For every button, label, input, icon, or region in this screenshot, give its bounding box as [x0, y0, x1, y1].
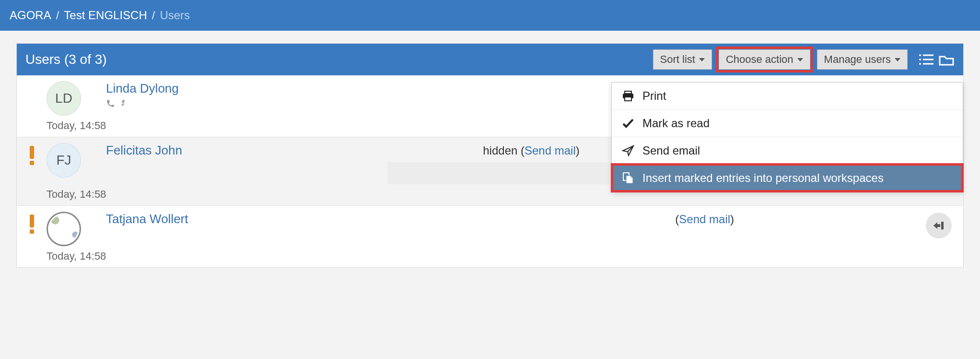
breadcrumb-bar: AGORA / Test ENGLISCH / Users [0, 0, 980, 31]
menu-item-insert-workspaces[interactable]: Insert marked entries into personal work… [612, 164, 963, 191]
svg-rect-11 [941, 222, 944, 229]
choose-action-label: Choose action [726, 53, 793, 66]
user-name-link[interactable]: Linda Dylong [106, 81, 387, 96]
phone-icon [106, 99, 115, 110]
choose-action-menu: Print Mark as read Send email Insert mar… [611, 82, 963, 192]
caret-down-icon [699, 58, 705, 61]
breadcrumb-sep: / [152, 9, 155, 22]
breadcrumb-current: Users [160, 9, 190, 22]
caret-down-icon [895, 58, 900, 61]
choose-action-button[interactable]: Choose action [719, 49, 810, 70]
hidden-label: hidden ( [483, 144, 525, 157]
breadcrumb-sep: / [56, 9, 59, 22]
wrench-icon [118, 99, 127, 110]
paren-close: ) [576, 144, 580, 157]
avatar-initials: LD [55, 91, 72, 106]
user-name-link[interactable]: Felicitas John [106, 143, 387, 158]
alert-icon [29, 215, 35, 234]
svg-rect-6 [625, 91, 631, 94]
svg-rect-8 [625, 97, 631, 101]
print-icon [621, 90, 635, 102]
menu-item-mark-read-label: Mark as read [642, 117, 710, 130]
paper-plane-icon [621, 145, 635, 156]
send-mail-link[interactable]: Send mail [679, 213, 730, 226]
manage-users-button[interactable]: Manage users [817, 49, 908, 70]
breadcrumb-root[interactable]: AGORA [10, 9, 51, 22]
user-row: Tatjana Wollert (Send mail) Today, 14:58 [17, 205, 963, 267]
user-name-link[interactable]: Tatjana Wollert [106, 212, 387, 227]
panel-header: Users (3 of 3) Sort list Choose action M… [17, 44, 963, 75]
list-view-icon[interactable] [918, 53, 934, 66]
manage-users-label: Manage users [824, 53, 891, 66]
menu-item-print[interactable]: Print [612, 83, 963, 109]
avatar [47, 212, 81, 246]
avatar: LD [47, 81, 81, 116]
breadcrumb-parent[interactable]: Test ENGLISCH [64, 9, 147, 22]
menu-item-send-email[interactable]: Send email [612, 137, 963, 164]
check-icon [621, 118, 635, 129]
caret-down-icon [797, 58, 803, 61]
send-mail-link[interactable]: Send mail [525, 144, 576, 157]
paren-close: ) [730, 213, 734, 226]
menu-item-mark-read[interactable]: Mark as read [612, 109, 963, 137]
menu-item-insert-label: Insert marked entries into personal work… [642, 171, 884, 185]
folder-view-icon[interactable] [938, 53, 955, 66]
menu-item-print-label: Print [642, 89, 666, 103]
sort-list-label: Sort list [660, 53, 695, 66]
avatar-initials: FJ [56, 153, 71, 168]
timestamp: Today, 14:58 [17, 246, 963, 267]
enter-button[interactable] [926, 213, 952, 239]
menu-item-send-email-label: Send email [642, 144, 700, 157]
users-panel: Users (3 of 3) Sort list Choose action M… [16, 43, 964, 268]
page-title: Users (3 of 3) [25, 52, 653, 67]
sort-list-button[interactable]: Sort list [653, 49, 712, 70]
alert-icon [29, 146, 35, 165]
avatar: FJ [47, 143, 81, 178]
copy-file-icon [621, 172, 635, 184]
